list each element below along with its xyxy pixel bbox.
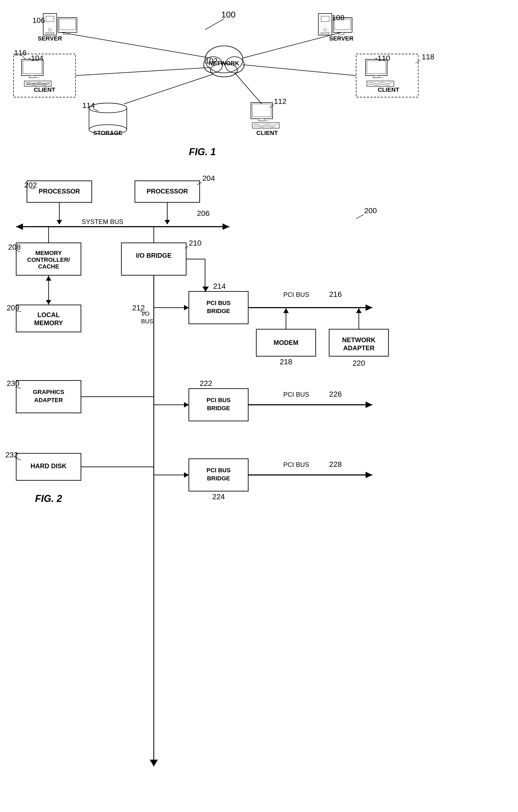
svg-rect-57 xyxy=(251,103,273,119)
svg-text:CLIENT: CLIENT xyxy=(256,129,278,136)
svg-rect-107 xyxy=(121,243,186,275)
svg-text:209: 209 xyxy=(7,303,20,312)
svg-text:114: 114 xyxy=(82,101,95,110)
svg-marker-97 xyxy=(57,220,62,225)
svg-text:FIG. 2: FIG. 2 xyxy=(35,493,62,504)
svg-line-74 xyxy=(61,32,210,58)
svg-text:208: 208 xyxy=(8,243,21,251)
svg-text:228: 228 xyxy=(329,460,342,468)
svg-text:LOCAL: LOCAL xyxy=(37,311,60,318)
svg-text:CONTROLLER/: CONTROLLER/ xyxy=(27,256,70,263)
svg-text:202: 202 xyxy=(24,181,37,189)
svg-text:PCI BUS: PCI BUS xyxy=(283,291,309,298)
svg-text:116: 116 xyxy=(14,49,27,57)
svg-rect-50 xyxy=(374,76,379,78)
svg-text:220: 220 xyxy=(353,359,365,367)
svg-marker-148 xyxy=(356,308,362,313)
svg-text:PCI BUS: PCI BUS xyxy=(206,467,231,473)
svg-line-76 xyxy=(75,67,210,76)
svg-text:222: 222 xyxy=(200,379,212,387)
svg-text:218: 218 xyxy=(280,357,293,366)
svg-text:PCI BUS: PCI BUS xyxy=(206,397,231,403)
svg-text:212: 212 xyxy=(132,303,145,312)
svg-marker-119 xyxy=(46,300,51,304)
svg-rect-19 xyxy=(58,18,77,32)
svg-text:230: 230 xyxy=(7,379,20,387)
svg-text:226: 226 xyxy=(329,390,342,398)
svg-text:-110: -110 xyxy=(375,54,390,62)
svg-text:MEMORY: MEMORY xyxy=(35,250,62,256)
page-container: 100 NETWORK xyxy=(0,0,518,812)
svg-rect-30 xyxy=(24,81,51,86)
svg-text:102: 102 xyxy=(205,57,218,65)
svg-text:SYSTEM BUS: SYSTEM BUS xyxy=(82,218,124,225)
svg-text:ADAPTER: ADAPTER xyxy=(343,344,374,352)
svg-text:PROCESSOR: PROCESSOR xyxy=(38,187,80,195)
svg-line-77 xyxy=(243,65,356,76)
svg-text:CACHE: CACHE xyxy=(38,263,59,270)
svg-line-75 xyxy=(243,32,341,58)
svg-text:SERVER: SERVER xyxy=(329,35,354,42)
svg-text:STORAGE: STORAGE xyxy=(93,129,122,136)
svg-text:112: 112 xyxy=(274,97,286,106)
svg-rect-59 xyxy=(259,119,265,121)
svg-text:-104: -104 xyxy=(28,54,43,62)
svg-marker-99 xyxy=(164,220,170,225)
svg-line-1 xyxy=(205,19,224,30)
svg-line-79 xyxy=(124,74,213,104)
svg-text:PCI BUS: PCI BUS xyxy=(283,461,309,468)
fig1-area: 100 NETWORK xyxy=(0,5,518,162)
svg-text:118: 118 xyxy=(422,53,434,61)
svg-rect-52 xyxy=(367,81,394,86)
svg-marker-137 xyxy=(366,304,372,311)
svg-text:MEMORY: MEMORY xyxy=(34,319,63,326)
svg-marker-179 xyxy=(366,472,372,478)
svg-text:SERVER: SERVER xyxy=(38,35,62,42)
svg-text:200: 200 xyxy=(364,206,377,215)
svg-text:I/O BRIDGE: I/O BRIDGE xyxy=(136,252,172,259)
svg-text:PROCESSOR: PROCESSOR xyxy=(147,187,188,195)
svg-text:CLIENT: CLIENT xyxy=(378,86,399,93)
svg-marker-164 xyxy=(366,402,372,408)
svg-marker-133 xyxy=(184,305,189,310)
svg-rect-28 xyxy=(30,76,35,78)
svg-text:ADAPTER: ADAPTER xyxy=(34,397,63,403)
svg-marker-154 xyxy=(184,402,189,407)
svg-marker-170 xyxy=(184,472,189,477)
svg-text:108: 108 xyxy=(332,13,344,22)
svg-text:210: 210 xyxy=(189,239,202,247)
svg-text:MODEM: MODEM xyxy=(274,339,298,346)
fig2-area: 200 PROCESSOR 202 PROCESSOR 204 206 SYST… xyxy=(0,173,518,810)
svg-text:NETWORK: NETWORK xyxy=(342,336,376,344)
svg-text:BUS: BUS xyxy=(141,318,153,325)
svg-text:214: 214 xyxy=(213,282,226,290)
svg-marker-118 xyxy=(46,276,51,281)
svg-text:PCI BUS: PCI BUS xyxy=(206,299,231,306)
svg-text:HARD DISK: HARD DISK xyxy=(30,462,67,469)
svg-text:FIG. 1: FIG. 1 xyxy=(189,146,216,157)
svg-rect-112 xyxy=(16,305,81,332)
svg-text:206: 206 xyxy=(197,209,210,218)
svg-marker-95 xyxy=(222,224,229,230)
svg-text:BRIDGE: BRIDGE xyxy=(207,475,230,482)
svg-text:106: 106 xyxy=(32,16,45,25)
svg-text:100: 100 xyxy=(221,10,236,20)
svg-rect-61 xyxy=(252,123,279,128)
svg-rect-37 xyxy=(318,13,332,35)
svg-text:GRAPHICS: GRAPHICS xyxy=(33,388,64,395)
svg-text:PCI BUS: PCI BUS xyxy=(283,391,309,398)
svg-text:BRIDGE: BRIDGE xyxy=(207,308,230,314)
svg-marker-94 xyxy=(16,224,23,230)
svg-text:232: 232 xyxy=(5,451,18,459)
svg-marker-131 xyxy=(202,287,209,291)
svg-text:CLIENT: CLIENT xyxy=(34,86,55,93)
svg-text:216: 216 xyxy=(329,290,342,298)
svg-text:BRIDGE: BRIDGE xyxy=(207,405,230,411)
svg-line-78 xyxy=(235,73,262,104)
svg-marker-180 xyxy=(150,760,158,766)
svg-text:224: 224 xyxy=(212,492,225,501)
svg-rect-15 xyxy=(43,13,57,35)
svg-line-82 xyxy=(356,214,364,219)
svg-marker-142 xyxy=(283,308,289,313)
svg-text:204: 204 xyxy=(202,174,215,182)
